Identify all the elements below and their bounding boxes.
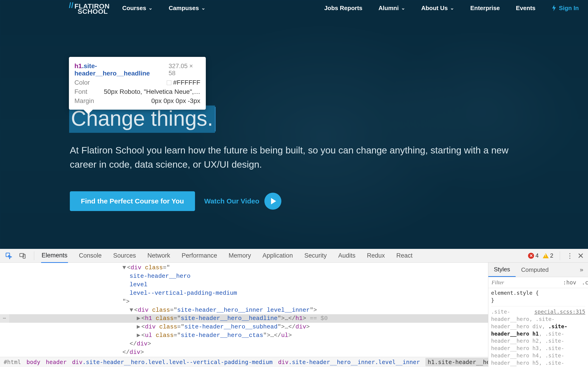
dom-line[interactable]: </div>	[0, 348, 488, 357]
crumb-header[interactable]: header	[46, 359, 66, 365]
dom-line-selected[interactable]: ⋯ ▶<h1 class="site-header__hero__headlin…	[0, 314, 488, 323]
crumb-html[interactable]: #html	[4, 359, 21, 365]
dom-line[interactable]: level--vertical-padding-medium	[0, 289, 488, 298]
nav-courses-label: Courses	[122, 5, 146, 12]
styles-tab-styles[interactable]: Styles	[488, 263, 516, 277]
nav-events-label: Events	[516, 5, 536, 12]
tab-react[interactable]: React	[396, 249, 413, 262]
site-nav: //FLATIRON SCHOOL Courses⌄ Campuses⌄ Job…	[0, 0, 588, 14]
warning-count[interactable]: 2	[543, 252, 553, 259]
chevron-down-icon: ⌄	[450, 5, 454, 11]
tab-performance[interactable]: Performance	[181, 249, 218, 262]
tab-elements[interactable]: Elements	[41, 249, 68, 263]
devtools-menu-button[interactable]: ⋮	[566, 252, 573, 260]
dom-tree[interactable]: ▼<div class=" site-header__hero level le…	[0, 263, 488, 357]
nav-events[interactable]: Events	[516, 5, 536, 12]
tooltip-dimensions: 327.05 × 58	[169, 63, 200, 77]
inspect-element-button[interactable]	[4, 251, 13, 260]
rule-source-link[interactable]: special.scss:315	[534, 308, 585, 316]
tab-network[interactable]: Network	[147, 249, 171, 262]
rule-open: element.style {	[491, 290, 585, 297]
tooltip-class: .site-header__hero__headline	[74, 62, 150, 77]
styles-rules[interactable]: element.style { } special.scss:315 .site…	[488, 288, 588, 367]
dom-line[interactable]: site-header__hero	[0, 272, 488, 281]
error-icon: ✕	[528, 253, 534, 259]
chevron-down-icon: ⌄	[201, 5, 205, 11]
rule-special-scss[interactable]: special.scss:315 .site-header__hero, .si…	[491, 308, 585, 367]
devtools-close-button[interactable]: ✕	[578, 251, 584, 260]
toolbar-separator	[34, 251, 34, 260]
nav-jobs-reports[interactable]: Jobs Reports	[324, 5, 363, 12]
chevron-down-icon: ⌄	[401, 5, 405, 11]
nav-alumni[interactable]: Alumni⌄	[379, 5, 405, 12]
styles-sidebar: Styles Computed » :hov .cls ＋ element.st…	[488, 263, 588, 367]
styles-filter-input[interactable]	[488, 277, 560, 288]
tooltip-margin-label: Margin	[74, 97, 94, 105]
nav-signin-label: Sign In	[559, 5, 579, 12]
site-logo[interactable]: //FLATIRON SCHOOL	[69, 2, 110, 15]
nav-enterprise[interactable]: Enterprise	[470, 5, 500, 12]
watch-video-button[interactable]: Watch Our Video	[204, 193, 281, 210]
play-triangle-icon	[271, 198, 276, 204]
nav-left-group: Courses⌄ Campuses⌄	[122, 5, 205, 12]
nav-signin[interactable]: Sign In	[552, 5, 579, 12]
rule-element-style[interactable]: element.style { }	[491, 290, 585, 307]
crumb-div-inner[interactable]: div.site-header__hero__inner.level__inne…	[278, 359, 420, 365]
styles-cls-toggle[interactable]: .cls	[579, 279, 588, 286]
svg-rect-1	[20, 253, 24, 257]
hero-subhead: At Flatiron School you learn how the fut…	[70, 143, 522, 172]
nav-courses[interactable]: Courses⌄	[122, 5, 153, 12]
dom-line[interactable]: level	[0, 281, 488, 289]
error-count[interactable]: ✕4	[528, 252, 539, 259]
styles-tab-computed[interactable]: Computed	[516, 263, 554, 277]
find-course-button[interactable]: Find the Perfect Course for You	[70, 191, 195, 211]
tab-redux[interactable]: Redux	[367, 249, 385, 262]
devtools-tabs: Elements Console Sources Network Perform…	[41, 249, 413, 263]
nav-about-us-label: About Us	[421, 5, 448, 12]
page-viewport: //FLATIRON SCHOOL Courses⌄ Campuses⌄ Job…	[0, 0, 588, 249]
dom-line[interactable]: ▼<div class="site-header__hero__inner le…	[0, 306, 488, 315]
error-count-value: 4	[536, 252, 539, 259]
dom-line[interactable]: ">	[0, 298, 488, 306]
nav-about-us[interactable]: About Us⌄	[421, 5, 454, 12]
warning-count-value: 2	[550, 252, 553, 259]
tab-application[interactable]: Application	[262, 249, 293, 262]
color-swatch-icon	[167, 81, 171, 85]
tooltip-color-value: #FFFFFF	[167, 79, 200, 86]
dom-line[interactable]: </div>	[0, 340, 488, 348]
tab-sources[interactable]: Sources	[113, 249, 137, 262]
dom-line[interactable]: ▼<div class="	[0, 264, 488, 272]
devtools-panel: Elements Console Sources Network Perform…	[0, 249, 588, 367]
dom-line[interactable]: ▶<ul class="site-header__hero__ctas">…</…	[0, 331, 488, 340]
play-icon	[264, 193, 281, 210]
tab-console[interactable]: Console	[78, 249, 102, 262]
styles-hov-toggle[interactable]: :hov	[560, 279, 579, 286]
styles-filter-bar: :hov .cls ＋	[488, 277, 588, 288]
crumb-body[interactable]: body	[26, 359, 40, 365]
chevron-down-icon: ⌄	[148, 5, 153, 11]
tooltip-font-label: Font	[74, 88, 87, 95]
tab-audits[interactable]: Audits	[338, 249, 356, 262]
devtools-toolbar-right: ✕4 2 ⋮ ✕	[528, 251, 584, 260]
dom-dollar0: == $0	[306, 315, 328, 322]
tab-memory[interactable]: Memory	[228, 249, 251, 262]
dom-line[interactable]: ▶<div class="site-header__hero__subhead"…	[0, 323, 488, 331]
warning-icon	[543, 253, 549, 258]
tooltip-color-hex: #FFFFFF	[173, 79, 200, 86]
nav-jobs-reports-label: Jobs Reports	[324, 5, 363, 12]
nav-alumni-label: Alumni	[379, 5, 399, 12]
styles-tabs-overflow[interactable]: »	[575, 266, 588, 274]
watch-video-label: Watch Our Video	[204, 197, 259, 205]
tooltip-margin-value: 0px 0px 0px -3px	[151, 97, 200, 105]
crumb-div-hero[interactable]: div.site-header__hero.level.level--verti…	[72, 359, 273, 365]
toggle-device-toolbar-button[interactable]	[18, 251, 27, 260]
tab-security[interactable]: Security	[304, 249, 327, 262]
dom-breadcrumbs: #html body header div.site-header__hero.…	[0, 357, 488, 367]
crumb-h1-headline[interactable]: h1.site-header__hero__headline	[425, 358, 488, 366]
toolbar-separator	[560, 251, 560, 260]
svg-rect-0	[6, 253, 10, 257]
hero-ctas: Find the Perfect Course for You Watch Ou…	[70, 191, 588, 211]
logo-slashes-icon: //	[69, 1, 73, 9]
devtools-body: ▼<div class=" site-header__hero level le…	[0, 263, 588, 367]
nav-campuses[interactable]: Campuses⌄	[169, 5, 205, 12]
